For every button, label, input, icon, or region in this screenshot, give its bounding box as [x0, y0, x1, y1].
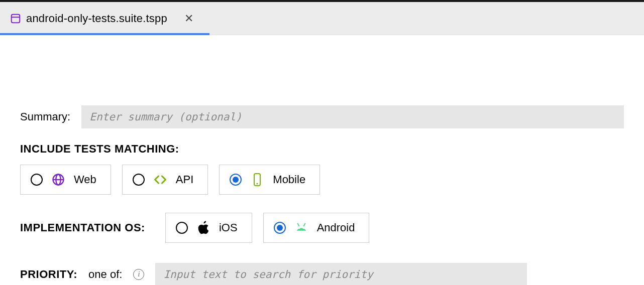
os-option-label: Android [317, 221, 355, 234]
svg-line-8 [303, 224, 305, 226]
include-option-web[interactable]: Web [20, 165, 111, 195]
close-icon[interactable]: ✕ [184, 13, 193, 24]
file-type-icon [10, 13, 21, 24]
include-tests-options: Web API Mobile [20, 165, 624, 195]
svg-point-10 [302, 228, 304, 229]
svg-line-7 [297, 224, 299, 226]
summary-label: Summary: [20, 110, 70, 123]
summary-row: Summary: [20, 105, 624, 128]
tab-strip: android-only-tests.suite.tspp ✕ [0, 2, 644, 35]
svg-point-6 [257, 183, 258, 185]
priority-heading: PRIORITY: [20, 268, 77, 281]
include-option-api[interactable]: API [122, 165, 208, 195]
radio-unselected [31, 174, 43, 186]
info-icon[interactable]: i [133, 269, 144, 280]
radio-unselected [176, 222, 188, 234]
include-option-mobile[interactable]: Mobile [219, 165, 320, 195]
tab-android-suite[interactable]: android-only-tests.suite.tspp ✕ [0, 2, 204, 35]
include-tests-heading: INCLUDE TESTS MATCHING: [20, 143, 624, 156]
implementation-os-row: IMPLEMENTATION OS: iOS [20, 213, 624, 243]
include-option-label: Mobile [273, 173, 305, 186]
priority-subtext: one of: [88, 268, 122, 281]
priority-input[interactable] [155, 263, 527, 285]
summary-input[interactable] [81, 105, 624, 128]
include-option-label: Web [74, 173, 96, 186]
svg-rect-0 [12, 14, 20, 23]
radio-selected [274, 222, 286, 234]
os-option-android[interactable]: Android [263, 213, 370, 243]
apple-icon [196, 221, 211, 235]
os-option-label: iOS [219, 221, 238, 234]
priority-row: PRIORITY: one of: i [20, 263, 624, 285]
implementation-os-heading: IMPLEMENTATION OS: [20, 221, 145, 234]
android-icon [294, 223, 309, 233]
include-option-label: API [176, 173, 193, 186]
svg-point-9 [299, 228, 300, 229]
globe-icon [51, 173, 66, 187]
code-icon [153, 173, 168, 187]
radio-selected [230, 174, 242, 186]
mobile-icon [250, 173, 265, 187]
os-option-ios[interactable]: iOS [165, 213, 252, 243]
radio-unselected [133, 174, 145, 186]
editor-body: Summary: INCLUDE TESTS MATCHING: Web [0, 35, 644, 285]
tab-label: android-only-tests.suite.tspp [26, 12, 167, 25]
